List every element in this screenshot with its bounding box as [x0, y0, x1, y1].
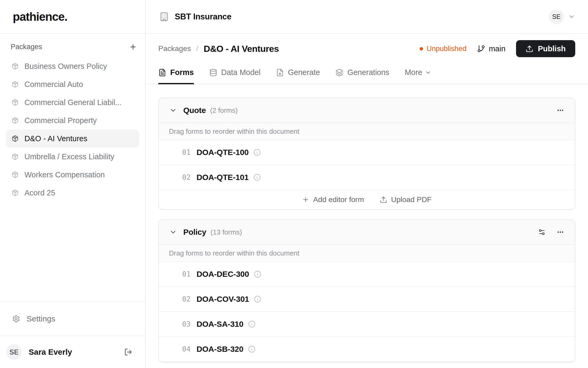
- sidebar-bottom: Settings SE Sara Everly: [0, 302, 145, 368]
- sidebar-item-commercial-general-liability[interactable]: Commercial General Liabil...: [6, 93, 139, 111]
- publish-button[interactable]: Publish: [516, 40, 575, 57]
- sidebar-item-do-ai-ventures[interactable]: D&O - AI Ventures: [6, 129, 139, 148]
- sidebar-item-label: Business Owners Policy: [24, 62, 107, 71]
- section-quote-footer: Add editor form Upload PDF: [159, 190, 575, 209]
- publish-label: Publish: [538, 44, 566, 53]
- section-quote: Quote (2 forms) Drag forms to reorder wi…: [158, 98, 575, 210]
- plus-icon: [302, 196, 309, 203]
- package-icon: [12, 99, 19, 106]
- sidebar-item-label: Commercial Auto: [24, 80, 83, 89]
- breadcrumb-parent[interactable]: Packages: [158, 44, 191, 53]
- form-row-doa-cov-301[interactable]: 02 DOA-COV-301: [159, 287, 575, 312]
- info-icon[interactable]: [253, 174, 261, 181]
- chevron-down-icon: [425, 69, 431, 76]
- form-code: DOA-QTE-100: [197, 148, 249, 157]
- main-area: SBT Insurance SE Packages / D&O - AI Ven…: [146, 0, 588, 368]
- add-editor-form-button[interactable]: Add editor form: [302, 195, 364, 204]
- section-policy: Policy (13 forms) Drag forms to reorder …: [158, 219, 575, 362]
- package-icon: [12, 63, 19, 70]
- section-quote-header: Quote (2 forms): [159, 98, 575, 123]
- tab-generations[interactable]: Generations: [335, 64, 389, 84]
- form-code: DOA-SA-310: [197, 320, 243, 329]
- tab-label: Data Model: [221, 68, 261, 77]
- sidebar-item-label: Commercial Property: [24, 116, 97, 125]
- upload-pdf-button[interactable]: Upload PDF: [380, 195, 432, 204]
- breadcrumb: Packages / D&O - AI Ventures Unpublished…: [146, 34, 588, 64]
- sidebar-item-commercial-property[interactable]: Commercial Property: [6, 111, 139, 129]
- git-branch-icon: [477, 45, 485, 53]
- avatar: SE: [549, 9, 564, 24]
- status-label: Unpublished: [427, 45, 466, 53]
- layers-icon: [335, 69, 343, 77]
- sidebar-item-label: Acord 25: [24, 189, 55, 197]
- settings-button[interactable]: Settings: [0, 302, 145, 336]
- drag-hint-text: Drag forms to reorder within this docume…: [169, 249, 299, 257]
- upload-icon: [380, 196, 387, 203]
- form-row-doa-sb-320[interactable]: 04 DOA-SB-320: [159, 337, 575, 362]
- tab-label: Generations: [347, 68, 389, 77]
- info-icon[interactable]: [253, 149, 261, 156]
- chevron-down-icon[interactable]: [169, 107, 177, 114]
- chevron-down-icon: [568, 13, 575, 20]
- file-down-icon: [276, 69, 284, 77]
- page-title: D&O - AI Ventures: [204, 44, 279, 54]
- form-row-doa-dec-300[interactable]: 01 DOA-DEC-300: [159, 262, 575, 287]
- tab-label: Forms: [170, 68, 194, 77]
- form-number: 04: [182, 345, 193, 353]
- info-icon[interactable]: [254, 270, 261, 278]
- info-icon[interactable]: [254, 295, 261, 303]
- account-menu[interactable]: SE: [549, 9, 575, 24]
- branch-selector[interactable]: main: [477, 44, 505, 53]
- sidebar-item-umbrella-excess-liability[interactable]: Umbrella / Excess Liability: [6, 148, 139, 166]
- sidebar-item-label: Umbrella / Excess Liability: [24, 152, 114, 161]
- package-icon: [12, 81, 19, 88]
- chevron-down-icon[interactable]: [169, 228, 177, 236]
- ellipsis-menu-icon[interactable]: [557, 107, 564, 114]
- branch-name: main: [489, 44, 505, 53]
- tab-bar: Forms Data Model Generate Generations Mo…: [146, 64, 588, 84]
- ellipsis-menu-icon[interactable]: [557, 228, 564, 236]
- form-code: DOA-QTE-101: [197, 173, 249, 182]
- info-icon[interactable]: [248, 320, 255, 328]
- logo-row: pathience.: [0, 0, 145, 34]
- form-row-doa-qte-100[interactable]: 01 DOA-QTE-100: [159, 140, 575, 165]
- gear-icon: [12, 315, 20, 323]
- form-row-doa-sa-310[interactable]: 03 DOA-SA-310: [159, 312, 575, 337]
- sidebar-item-acord-25[interactable]: Acord 25: [6, 184, 139, 202]
- tab-generate[interactable]: Generate: [276, 64, 320, 84]
- package-icon: [12, 171, 19, 178]
- org-name: SBT Insurance: [175, 12, 231, 22]
- sidebar-item-commercial-auto[interactable]: Commercial Auto: [6, 75, 139, 93]
- sidebar-item-label: Commercial General Liabil...: [24, 98, 122, 107]
- tab-data-model[interactable]: Data Model: [209, 64, 261, 84]
- upload-icon: [526, 45, 533, 53]
- form-number: 02: [182, 173, 193, 181]
- breadcrumb-separator: /: [196, 44, 198, 53]
- page-actions: Unpublished main Publish: [420, 40, 575, 57]
- form-row-doa-qte-101[interactable]: 02 DOA-QTE-101: [159, 165, 575, 190]
- drag-hint: Drag forms to reorder within this docume…: [159, 245, 575, 262]
- form-code: DOA-COV-301: [197, 295, 249, 304]
- sidebar-item-label: Workers Compensation: [24, 170, 105, 179]
- tab-more[interactable]: More: [405, 64, 431, 84]
- settings-sliders-icon[interactable]: [538, 228, 546, 236]
- package-icon: [12, 135, 19, 142]
- package-icon: [12, 117, 19, 124]
- section-policy-header: Policy (13 forms): [159, 220, 575, 245]
- logout-icon[interactable]: [124, 348, 132, 356]
- packages-section-label: Packages: [11, 43, 42, 51]
- drag-hint: Drag forms to reorder within this docume…: [159, 123, 575, 140]
- user-name: Sara Everly: [29, 348, 72, 357]
- sidebar-item-workers-compensation[interactable]: Workers Compensation: [6, 166, 139, 184]
- tab-label: Generate: [288, 68, 320, 77]
- sidebar-item-business-owners-policy[interactable]: Business Owners Policy: [6, 57, 139, 75]
- tab-forms[interactable]: Forms: [158, 64, 194, 84]
- add-package-icon[interactable]: +: [130, 42, 136, 52]
- file-text-icon: [158, 69, 166, 77]
- section-title: Quote: [183, 106, 206, 115]
- form-number: 01: [182, 270, 193, 278]
- form-code: DOA-DEC-300: [197, 270, 249, 279]
- packages-nav: Packages + Business Owners Policy Commer…: [0, 34, 145, 302]
- info-icon[interactable]: [248, 345, 255, 353]
- section-title: Policy: [183, 228, 206, 237]
